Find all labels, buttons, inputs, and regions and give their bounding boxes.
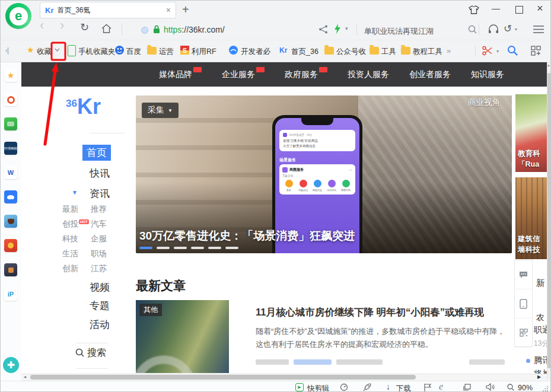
word-doc-app-icon[interactable]: W: [4, 166, 17, 179]
quick-search-text[interactable]: 单职业玩法再现江湖: [364, 26, 434, 37]
nav-enterprise-services[interactable]: 企业服务: [222, 69, 265, 80]
menu-sub-enterprise[interactable]: 企服: [91, 234, 107, 244]
bookmark-tools[interactable]: 工具: [381, 47, 396, 57]
home-icon[interactable]: [101, 24, 112, 33]
green-app-icon[interactable]: [4, 117, 17, 130]
lightning-icon[interactable]: [334, 24, 341, 34]
scissors-icon[interactable]: [482, 46, 493, 56]
game-red-app-icon[interactable]: [4, 239, 17, 252]
menu-sub-latest[interactable]: 最新: [62, 204, 78, 215]
carousel-dot[interactable]: [157, 247, 170, 249]
bookmark-official-accounts[interactable]: 公众号收: [336, 47, 366, 57]
site-search-icon[interactable]: [75, 348, 84, 357]
ie-compat-icon[interactable]: e: [439, 381, 443, 392]
undo-dropdown-icon[interactable]: ▾: [515, 27, 517, 32]
scroll-up-icon[interactable]: ▲: [547, 63, 550, 67]
share-icon[interactable]: [319, 25, 328, 34]
carousel-dot-active[interactable]: [139, 247, 152, 249]
minimize-button[interactable]: —: [492, 4, 500, 13]
carousel-dot[interactable]: [174, 247, 187, 249]
address-url[interactable]: https://36kr.com/: [164, 25, 225, 34]
undo-icon[interactable]: ↺: [504, 23, 512, 35]
bookmark-tutorial-tools[interactable]: 教程工具: [413, 47, 442, 57]
bookmark-mobile-favorites[interactable]: 手机收藏夹: [78, 47, 116, 57]
plugin-app-icon[interactable]: ✚: [3, 357, 19, 373]
resize-grip[interactable]: [543, 386, 548, 391]
carousel-indicators[interactable]: [139, 247, 238, 249]
tab-close-icon[interactable]: ×: [166, 5, 171, 15]
maximize-button[interactable]: [515, 6, 523, 14]
kr-logo[interactable]: 36 Kr: [66, 97, 101, 117]
site-info-icon[interactable]: [141, 27, 148, 34]
menu-sub-workplace[interactable]: 职场: [91, 248, 107, 259]
menu-sub-venture[interactable]: 创投: [62, 219, 78, 230]
download-label[interactable]: 下载: [396, 384, 411, 392]
whale-app-icon[interactable]: [4, 190, 17, 203]
lightning-dropdown-icon[interactable]: ▾: [345, 26, 348, 31]
menu-sub-auto[interactable]: 汽车: [91, 219, 107, 230]
sidebar-collapse-icon[interactable]: ‹|: [5, 46, 8, 55]
comment-icon[interactable]: [515, 260, 532, 289]
menu-video[interactable]: 视频: [90, 281, 110, 294]
mobile-device-icon[interactable]: [515, 289, 532, 318]
game-sailing-app-icon[interactable]: [4, 215, 17, 228]
menu-newsflash[interactable]: 快讯: [90, 167, 110, 180]
menu-sub-jiangsu[interactable]: 江苏: [91, 263, 107, 274]
nav-investor-services[interactable]: 投资人服务: [348, 69, 389, 80]
carousel-dot[interactable]: [225, 247, 238, 249]
menu-news[interactable]: 资讯: [90, 187, 110, 200]
horizontal-scrollbar-thumb[interactable]: [30, 375, 416, 380]
flag-icon[interactable]: [423, 383, 432, 391]
scissors-dropdown-icon[interactable]: ▾: [496, 49, 499, 54]
carousel-dot[interactable]: [191, 247, 204, 249]
quick-edit-label[interactable]: 快剪辑: [307, 384, 330, 392]
download-arrow-icon[interactable]: ↓: [386, 382, 390, 391]
right-rail-card-construction[interactable]: 建筑信 墙科技: [515, 177, 547, 259]
forward-icon[interactable]: ›: [60, 18, 64, 33]
nav-government-services[interactable]: 政府服务: [285, 69, 327, 80]
refresh-icon[interactable]: ↻: [80, 21, 89, 34]
zoom-search-icon[interactable]: [507, 384, 514, 391]
speaker-icon[interactable]: [486, 383, 495, 391]
ip-app-icon[interactable]: iP: [4, 288, 17, 301]
menu-sub-life[interactable]: 生活: [62, 248, 78, 259]
bookmark-favorites[interactable]: 收藏: [37, 47, 52, 57]
article-image[interactable]: 其他: [136, 300, 229, 373]
menu-topic[interactable]: 专题: [90, 299, 110, 313]
zoom-level[interactable]: 90%: [518, 384, 533, 392]
menu-home[interactable]: 首页: [82, 145, 111, 161]
close-button[interactable]: ×: [537, 2, 543, 15]
app-grid-icon[interactable]: [531, 46, 541, 56]
bookmark-baidu[interactable]: 百度: [126, 47, 141, 57]
headphones-icon[interactable]: [488, 24, 499, 34]
vertical-scrollbar-thumb[interactable]: [547, 73, 551, 368]
nav-knowledge-services[interactable]: 知识服务: [471, 69, 504, 80]
collect-button[interactable]: 采集▼: [142, 103, 179, 118]
quick-edit-icon[interactable]: ▶: [295, 383, 304, 391]
scroll-left-icon[interactable]: ◂: [24, 374, 26, 380]
carousel-dot[interactable]: [208, 247, 221, 249]
qr-code-icon[interactable]: [515, 318, 532, 348]
browser-logo[interactable]: e: [5, 3, 31, 29]
site-search-label[interactable]: 搜索: [87, 347, 106, 359]
back-icon[interactable]: ‹: [40, 18, 44, 33]
menu-icon[interactable]: [533, 26, 544, 33]
menu-activity[interactable]: 活动: [90, 318, 110, 332]
menu-sub-recommend[interactable]: 推荐: [91, 204, 107, 215]
bookmark-operations[interactable]: 运营: [159, 47, 174, 57]
menu-sub-tech[interactable]: 科技: [62, 234, 78, 244]
find-icon[interactable]: [507, 45, 518, 56]
nav-entrepreneur-services[interactable]: 创业者服务: [409, 69, 451, 80]
bookmark-36kr-home[interactable]: 首页_36: [291, 47, 319, 57]
favorites-dropdown-icon[interactable]: [55, 48, 60, 52]
hero-caption[interactable]: 30万亿零售进化史：「场景消费」狂飙突进: [139, 228, 472, 244]
nav-media-brand[interactable]: 媒体品牌: [159, 69, 202, 80]
rocket-icon[interactable]: [363, 383, 372, 391]
speed-icon[interactable]: [340, 383, 348, 391]
search-icon[interactable]: [468, 25, 477, 34]
browser-tab[interactable]: Kr 首页_36氪 ×: [40, 2, 176, 18]
bookmarks-overflow-icon[interactable]: »: [447, 46, 451, 55]
article-title[interactable]: 11月核心城市房价继续下降 明年初“小阳春”或难再现: [256, 306, 512, 319]
menu-sub-innovation[interactable]: 创新: [62, 263, 78, 274]
hero-carousel[interactable]: Jovi智慧场景 · 现在 发现“万象天地”在你周边 点击了解更多商圈信息 场景…: [136, 95, 512, 253]
